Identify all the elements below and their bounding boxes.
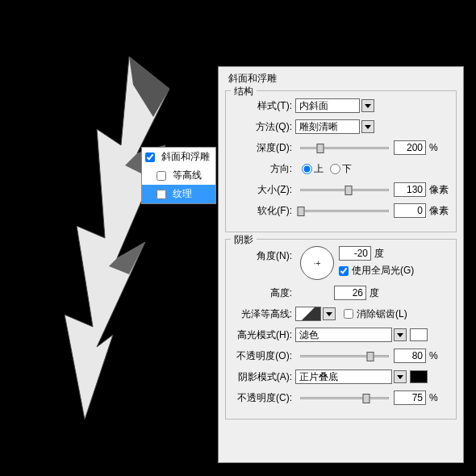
highlight-opacity-input[interactable]: 80: [394, 349, 426, 363]
style-select[interactable]: 内斜面: [295, 98, 360, 113]
angle-label: 角度(N):: [232, 246, 295, 263]
angle-input[interactable]: -20: [339, 246, 371, 261]
soften-slider[interactable]: [300, 210, 389, 212]
depth-unit: %: [429, 142, 438, 153]
method-dropdown-button[interactable]: [361, 120, 374, 133]
antialias-label: 消除锯齿(L): [357, 307, 407, 321]
highlight-mode-dropdown[interactable]: [394, 328, 407, 341]
shadow-opacity-input[interactable]: 75: [394, 390, 426, 405]
size-slider[interactable]: [300, 189, 389, 191]
gloss-contour-label: 光泽等高线:: [232, 307, 295, 321]
shadow-mode-select[interactable]: 正片叠底: [295, 370, 392, 384]
sidebar-item-label: 等高线: [173, 169, 202, 182]
sidebar-item-contour[interactable]: 等高线: [142, 166, 215, 185]
highlight-opacity-unit: %: [429, 350, 438, 361]
shadow-color-swatch[interactable]: [410, 370, 428, 383]
soften-label: 软化(F):: [232, 204, 295, 218]
sidebar-item-label: 斜面和浮雕: [161, 150, 210, 164]
size-input[interactable]: 130: [394, 182, 426, 197]
shading-legend: 阴影: [231, 233, 257, 247]
angle-unit: 度: [374, 247, 384, 261]
bevel-emboss-panel: 斜面和浮雕 结构 样式(T): 内斜面 方法(Q): 雕刻清晰 深度(D): 2…: [218, 66, 464, 463]
layer-effect-preview: [40, 40, 202, 428]
shadow-mode-dropdown[interactable]: [394, 370, 407, 383]
direction-label: 方向:: [232, 162, 295, 176]
soften-input[interactable]: 0: [394, 203, 426, 218]
shading-group: 阴影 角度(N): ·+ -20 度 使用全局光(G) 高度: 26 度 光: [225, 239, 457, 420]
angle-dial[interactable]: ·+: [300, 246, 334, 280]
highlight-mode-select[interactable]: 滤色: [295, 328, 392, 342]
depth-input[interactable]: 200: [394, 140, 426, 155]
altitude-unit: 度: [370, 286, 379, 300]
panel-title: 斜面和浮雕: [225, 70, 457, 90]
gloss-contour-swatch[interactable]: [295, 307, 321, 321]
highlight-mode-label: 高光模式(H):: [232, 328, 295, 342]
gloss-contour-dropdown[interactable]: [323, 307, 336, 320]
shadow-opacity-unit: %: [429, 392, 438, 403]
style-label: 样式(T):: [232, 99, 295, 113]
effects-sidebar: 斜面和浮雕 等高线 纹理: [141, 147, 216, 204]
contour-checkbox[interactable]: [157, 171, 166, 181]
texture-checkbox[interactable]: [157, 190, 166, 199]
shadow-mode-label: 阴影模式(A):: [232, 370, 295, 384]
highlight-opacity-slider[interactable]: [300, 355, 389, 357]
highlight-opacity-label: 不透明度(O):: [232, 349, 295, 363]
direction-down-radio[interactable]: [330, 164, 340, 174]
sidebar-item-bevel[interactable]: 斜面和浮雕: [142, 148, 215, 166]
style-dropdown-button[interactable]: [361, 99, 374, 112]
depth-label: 深度(D):: [232, 141, 295, 155]
bevel-checkbox[interactable]: [145, 152, 155, 162]
shadow-opacity-label: 不透明度(C):: [232, 391, 295, 405]
method-select[interactable]: 雕刻清晰: [295, 119, 360, 134]
size-label: 大小(Z):: [232, 183, 295, 197]
structure-group: 结构 样式(T): 内斜面 方法(Q): 雕刻清晰 深度(D): 200 % 方…: [225, 90, 457, 232]
structure-legend: 结构: [231, 85, 257, 98]
depth-slider[interactable]: [300, 147, 389, 149]
size-unit: 像素: [429, 183, 449, 197]
direction-up-radio[interactable]: [302, 164, 312, 174]
method-label: 方法(Q):: [232, 120, 295, 134]
altitude-label: 高度:: [232, 286, 295, 300]
sidebar-item-texture[interactable]: 纹理: [142, 185, 215, 203]
antialias-checkbox[interactable]: [344, 309, 353, 319]
altitude-input[interactable]: 26: [334, 286, 366, 300]
shadow-opacity-slider[interactable]: [300, 397, 389, 399]
sidebar-item-label: 纹理: [173, 187, 192, 201]
highlight-color-swatch[interactable]: [410, 328, 428, 341]
global-light-label: 使用全局光(G): [352, 264, 414, 278]
canvas-preview: [0, 0, 226, 476]
global-light-checkbox[interactable]: [339, 266, 349, 276]
soften-unit: 像素: [429, 204, 449, 218]
